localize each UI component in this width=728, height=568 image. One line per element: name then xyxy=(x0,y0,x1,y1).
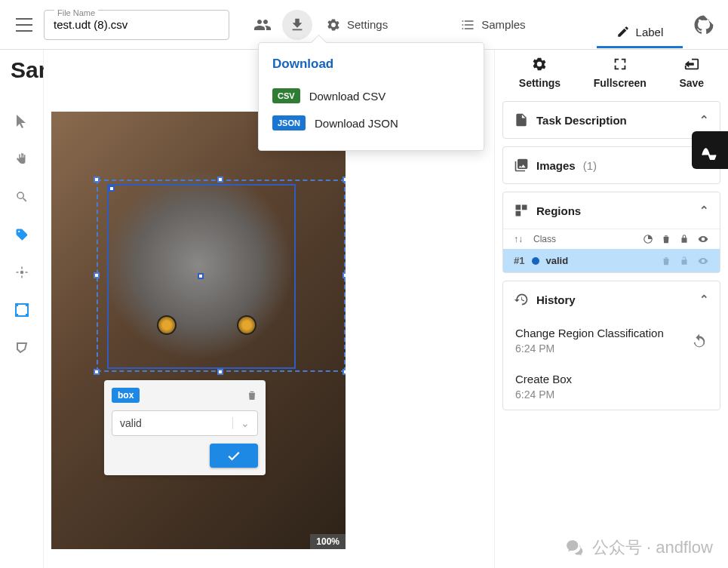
polygon-tool-icon[interactable] xyxy=(14,339,30,356)
resize-handle[interactable] xyxy=(342,369,346,375)
region-type-chip: box xyxy=(112,388,140,403)
settings-action-label: Settings xyxy=(519,77,561,89)
regions-header[interactable]: Regions ⌃ xyxy=(503,192,720,229)
resize-handle[interactable] xyxy=(94,369,100,375)
resize-handle[interactable] xyxy=(94,272,100,278)
label-tab[interactable]: Label xyxy=(597,18,683,48)
eye-icon[interactable] xyxy=(697,256,709,266)
history-item: Change Region Classification 6:24 PM xyxy=(503,318,720,364)
resize-handle[interactable] xyxy=(217,369,223,375)
images-header[interactable]: Images (1) xyxy=(503,147,720,183)
select-tool-icon[interactable] xyxy=(14,113,30,130)
undo-icon[interactable] xyxy=(691,333,708,349)
svg-rect-2 xyxy=(15,303,18,306)
zoom-tool-icon[interactable] xyxy=(14,189,30,205)
fullscreen-button[interactable]: Fullscreen xyxy=(594,56,647,89)
download-json-label: Download JSON xyxy=(315,117,398,130)
download-menu: Download CSV Download CSV JSON Download … xyxy=(258,42,484,151)
confirm-button[interactable] xyxy=(210,444,258,468)
download-csv-item[interactable]: CSV Download CSV xyxy=(272,82,470,109)
history-title: Create Box xyxy=(515,373,572,385)
label-tab-text: Label xyxy=(636,26,664,38)
csv-chip: CSV xyxy=(272,88,300,103)
watermark-text: 公众号 · andflow xyxy=(592,536,713,559)
svg-point-0 xyxy=(20,271,23,275)
pan-tool-icon[interactable] xyxy=(14,151,30,167)
resize-handle[interactable] xyxy=(342,272,346,278)
download-json-item[interactable]: JSON Download JSON xyxy=(272,109,470,137)
download-icon[interactable] xyxy=(282,10,312,40)
settings-top-button[interactable]: Settings xyxy=(317,10,397,40)
resize-handle[interactable] xyxy=(94,177,100,183)
images-card: Images (1) xyxy=(502,146,720,184)
region-id: #1 xyxy=(514,255,524,266)
save-button[interactable]: Save xyxy=(679,56,704,89)
regions-card: Regions ⌃ ↑↓ Class #1 vali xyxy=(502,192,720,273)
samples-tab[interactable]: Samples xyxy=(451,10,534,40)
download-menu-title: Download xyxy=(272,57,470,72)
region-box[interactable] xyxy=(107,184,296,369)
task-description-header[interactable]: Task Description ⌃ xyxy=(503,102,720,138)
chevron-up-icon: ⌃ xyxy=(699,204,709,217)
history-header[interactable]: History ⌃ xyxy=(503,281,720,318)
svg-rect-4 xyxy=(15,314,18,317)
collaborators-icon[interactable] xyxy=(247,10,278,40)
filename-field-wrap: File Name xyxy=(44,10,229,40)
json-chip: JSON xyxy=(272,115,306,130)
watermark: 公众号 · andflow xyxy=(565,536,713,559)
filename-label: File Name xyxy=(54,8,98,17)
class-column-label: Class xyxy=(533,234,556,244)
history-time: 6:24 PM xyxy=(515,388,572,401)
chevron-up-icon: ⌃ xyxy=(699,113,709,127)
regions-table-header: ↑↓ Class xyxy=(503,229,720,249)
resize-handle[interactable] xyxy=(342,177,346,183)
eye-icon[interactable] xyxy=(697,234,709,244)
delete-region-icon[interactable] xyxy=(246,389,258,401)
history-card: History ⌃ Change Region Classification 6… xyxy=(502,281,720,410)
region-popup: box valid ⌄ xyxy=(104,380,266,475)
region-row[interactable]: #1 valid xyxy=(503,249,720,272)
left-toolbar xyxy=(0,50,44,568)
tag-tool-icon[interactable] xyxy=(14,226,30,243)
box-tool-icon[interactable] xyxy=(14,302,30,318)
sort-icon[interactable]: ↑↓ xyxy=(514,234,523,244)
zoom-badge: 100% xyxy=(310,534,346,549)
svg-rect-3 xyxy=(26,303,29,306)
chart-icon[interactable] xyxy=(643,234,653,244)
images-count: (1) xyxy=(583,159,597,172)
trash-icon[interactable] xyxy=(661,256,671,266)
trash-icon[interactable] xyxy=(661,234,671,244)
resize-handle[interactable] xyxy=(217,177,223,183)
side-widget-icon[interactable] xyxy=(692,131,728,169)
samples-label: Samples xyxy=(481,18,525,31)
fullscreen-action-label: Fullscreen xyxy=(594,77,647,89)
right-panel: Settings Fullscreen Save Task Descriptio… xyxy=(494,50,728,568)
lock-icon[interactable] xyxy=(679,234,690,244)
resize-handle[interactable] xyxy=(109,186,115,192)
history-title: Change Region Classification xyxy=(515,327,664,339)
point-tool-icon[interactable] xyxy=(14,264,30,281)
download-csv-label: Download CSV xyxy=(309,90,386,103)
sample-image[interactable]: box valid ⌄ 100% xyxy=(51,112,346,549)
chevron-up-icon: ⌃ xyxy=(699,293,709,306)
lock-open-icon[interactable] xyxy=(679,256,690,266)
images-label: Images xyxy=(536,159,576,172)
menu-icon[interactable] xyxy=(9,10,39,40)
region-color-dot xyxy=(532,257,539,265)
save-action-label: Save xyxy=(679,77,704,89)
region-class-name: valid xyxy=(545,255,568,266)
chevron-down-icon: ⌄ xyxy=(232,417,250,429)
history-time: 6:24 PM xyxy=(515,342,664,355)
task-description-label: Task Description xyxy=(536,114,627,127)
class-select-value: valid xyxy=(120,417,142,429)
svg-rect-5 xyxy=(26,314,29,317)
history-item: Create Box 6:24 PM xyxy=(503,364,720,410)
class-select[interactable]: valid ⌄ xyxy=(112,410,258,436)
settings-top-label: Settings xyxy=(347,18,388,31)
move-handle[interactable] xyxy=(198,273,204,279)
regions-label: Regions xyxy=(536,204,581,217)
task-description-card: Task Description ⌃ xyxy=(502,101,720,139)
settings-button[interactable]: Settings xyxy=(519,56,561,89)
history-label: History xyxy=(536,293,576,306)
github-icon[interactable] xyxy=(689,10,719,40)
